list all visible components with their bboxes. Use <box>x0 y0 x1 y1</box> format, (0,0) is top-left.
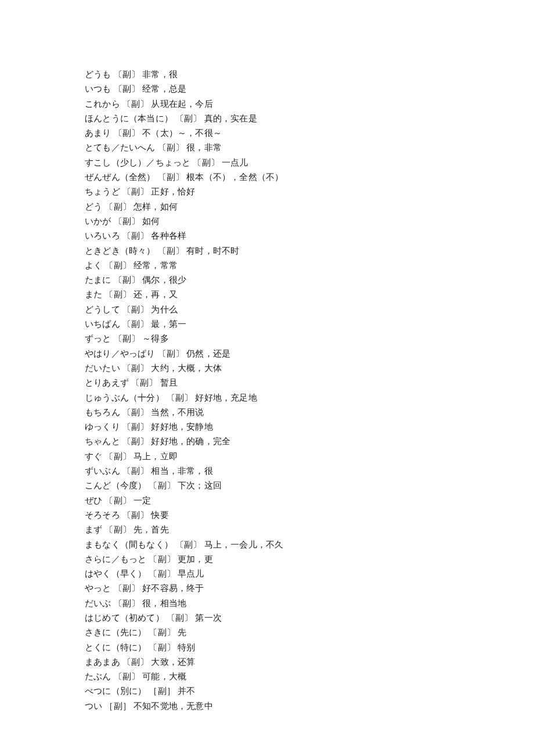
entry-word: いつも <box>85 84 111 93</box>
entry-meaning: ～得多 <box>142 334 169 343</box>
entry-meaning: 不（太）～，不很～ <box>142 128 222 138</box>
entry-word: また <box>85 290 102 299</box>
entry-meaning: 各种各样 <box>151 231 186 240</box>
entry-word: ちゃんと <box>85 437 120 446</box>
entry-word: まず <box>85 525 102 534</box>
entry-pos: 〔副〕 <box>122 99 149 109</box>
entry-meaning: 好好地，安静地 <box>151 422 212 431</box>
entry-pos: 〔副〕 <box>167 613 193 622</box>
entry-word: はじめて（初めて） <box>85 613 164 622</box>
vocab-entry: はじめて（初めて）〔副〕第一次 <box>85 611 534 625</box>
entry-pos: 〔副〕 <box>104 525 131 534</box>
entry-meaning: 快要 <box>151 510 168 520</box>
vocab-entry: ぜひ〔副〕一定 <box>85 494 534 508</box>
vocab-entry: いろいろ〔副〕各种各样 <box>85 229 534 243</box>
entry-meaning: 并不 <box>178 686 195 696</box>
entry-word: どうも <box>85 70 111 79</box>
entry-pos: 〔副〕 <box>122 319 149 329</box>
entry-meaning: 早点儿 <box>178 569 204 578</box>
vocab-entry: はやく（早く）〔副〕早点儿 <box>85 567 534 581</box>
entry-meaning: 还，再，又 <box>134 290 178 299</box>
entry-meaning: 马上，立即 <box>134 452 178 461</box>
entry-pos: 〔副〕 <box>175 540 202 549</box>
entry-meaning: 根本（不），全然（不） <box>186 172 283 182</box>
entry-word: たぶん <box>85 672 111 681</box>
entry-pos: 〔副〕 <box>122 422 149 431</box>
vocabulary-list: どうも〔副〕非常，很いつも〔副〕经常，总是これから〔副〕从现在起，今后ほんとうに… <box>85 67 534 714</box>
entry-meaning: 先，首先 <box>134 525 169 534</box>
entry-meaning: 先 <box>178 628 186 637</box>
entry-pos: 〔副〕 <box>104 452 131 461</box>
entry-meaning: 更加，更 <box>178 555 213 564</box>
entry-pos: 〔副〕 <box>114 599 140 608</box>
entry-word: さらに／もっと <box>85 555 146 564</box>
entry-meaning: 一定 <box>134 496 151 505</box>
entry-word: とりあえず <box>85 378 129 387</box>
entry-pos: 〔副〕 <box>175 114 202 123</box>
vocab-entry: すこし（少し）／ちょっと〔副〕一点儿 <box>85 156 534 170</box>
entry-pos: ［副］ <box>104 701 131 711</box>
entry-meaning: 下次；这回 <box>178 481 222 490</box>
entry-word: まあまあ <box>85 657 120 667</box>
entry-pos: 〔副〕 <box>149 569 175 578</box>
vocab-entry: すぐ〔副〕马上，立即 <box>85 449 534 464</box>
entry-word: じゅうぶん（十分） <box>85 393 164 402</box>
entry-meaning: 暂且 <box>160 378 178 387</box>
entry-pos: 〔副〕 <box>158 246 185 255</box>
entry-meaning: 相当，非常，很 <box>151 466 212 476</box>
vocab-entry: とくに（特に）〔副〕特别 <box>85 640 534 655</box>
entry-pos: 〔副〕 <box>104 496 131 505</box>
entry-word: とくに（特に） <box>85 643 146 652</box>
entry-word: まもなく（間もなく） <box>85 540 173 549</box>
entry-word: ぜひ <box>85 496 102 505</box>
entry-word: ときどき（時々） <box>85 246 156 255</box>
entry-meaning: 经常，总是 <box>142 84 186 93</box>
entry-meaning: 非常，很 <box>142 70 178 79</box>
entry-word: ほんとうに（本当に） <box>85 114 173 123</box>
entry-meaning: 大约，大概，大体 <box>151 363 222 373</box>
entry-pos: 〔副〕 <box>158 143 185 152</box>
vocab-entry: べつに（別に）［副］并不 <box>85 684 534 699</box>
entry-pos: 〔副〕 <box>104 261 131 270</box>
entry-pos: 〔副〕 <box>114 672 140 681</box>
entry-meaning: 经常，常常 <box>134 261 178 270</box>
entry-meaning: 正好，恰好 <box>151 187 195 196</box>
entry-word: もちろん <box>85 408 120 417</box>
entry-meaning: 一点儿 <box>222 158 248 167</box>
entry-pos: 〔副〕 <box>114 584 140 593</box>
entry-pos: 〔副〕 <box>104 202 131 211</box>
vocab-entry: もちろん〔副〕当然，不用说 <box>85 405 534 420</box>
entry-word: ずっと <box>85 334 111 343</box>
entry-meaning: 真的，实在是 <box>204 114 257 123</box>
vocab-entry: まもなく（間もなく）〔副〕马上，一会儿，不久 <box>85 538 534 552</box>
entry-word: よく <box>85 261 102 270</box>
vocab-entry: どうして〔副〕为什么 <box>85 303 534 317</box>
entry-meaning: 好不容易，终于 <box>142 584 204 593</box>
vocab-entry: ときどき（時々）〔副〕有时，时不时 <box>85 244 534 258</box>
entry-word: たまに <box>85 275 111 285</box>
vocab-entry: よく〔副〕经常，常常 <box>85 258 534 273</box>
vocab-entry: だいぶ〔副〕很，相当地 <box>85 596 534 611</box>
vocab-entry: だいたい〔副〕大约，大概，大体 <box>85 361 534 376</box>
entry-word: さきに（先に） <box>85 628 146 637</box>
vocab-entry: ずいぶん〔副〕相当，非常，很 <box>85 464 534 478</box>
entry-word: そろそろ <box>85 510 120 520</box>
entry-pos: 〔副〕 <box>114 334 140 343</box>
entry-pos: ［副］ <box>149 686 175 696</box>
vocab-entry: どうも〔副〕非常，很 <box>85 67 534 82</box>
vocab-entry: ぜんぜん（全然）〔副〕根本（不），全然（不） <box>85 170 534 185</box>
entry-word: ずいぶん <box>85 466 120 476</box>
entry-pos: 〔副〕 <box>193 158 219 167</box>
entry-pos: 〔副〕 <box>158 172 185 182</box>
entry-pos: 〔副〕 <box>122 466 149 476</box>
entry-meaning: 可能，大概 <box>142 672 186 681</box>
entry-pos: 〔副〕 <box>158 349 185 358</box>
vocab-entry: ゆっくり〔副〕好好地，安静地 <box>85 420 534 434</box>
entry-word: だいたい <box>85 363 120 373</box>
vocab-entry: たまに〔副〕偶尔，很少 <box>85 273 534 287</box>
entry-pos: 〔副〕 <box>149 643 175 652</box>
entry-pos: 〔副〕 <box>122 187 149 196</box>
entry-pos: 〔副〕 <box>114 217 140 226</box>
entry-meaning: 从现在起，今后 <box>151 99 212 109</box>
entry-word: どう <box>85 202 102 211</box>
